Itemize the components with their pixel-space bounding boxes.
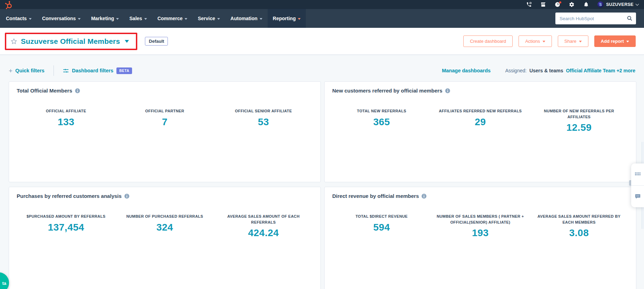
quick-filters-button[interactable]: + Quick filters <box>9 67 44 74</box>
default-badge: Default <box>145 37 168 46</box>
chevron-down-icon <box>78 18 81 20</box>
marketplace-icon[interactable] <box>540 2 546 8</box>
metric: $PURCHASED AMOUNT BY REFERRALS 137,454 <box>17 214 115 239</box>
nav-item-commerce[interactable]: Commerce <box>152 9 193 28</box>
chevron-down-icon <box>144 18 147 20</box>
assigned-team-link[interactable]: Official Affiliate Team +2 more <box>566 68 635 73</box>
grid-dots-icon[interactable] <box>631 163 644 185</box>
chevron-down-icon <box>579 41 582 42</box>
metric: AFFILIATES REFERRED NEW REFERRALS 29 <box>431 108 530 133</box>
notifications-bell-icon[interactable] <box>583 2 589 8</box>
top-strip: S SUZUVERSE <box>0 0 644 9</box>
metric: TOTAL $DIRECT REVENUE 594 <box>332 214 431 239</box>
metric-value[interactable]: 424.24 <box>248 227 279 239</box>
manage-dashboards-link[interactable]: Manage dashboards <box>442 68 490 73</box>
chevron-down-icon <box>116 18 119 20</box>
metric: NUMBER OF PURCHASED REFERRALS 324 <box>115 214 214 239</box>
metric-row: $PURCHASED AMOUNT BY REFERRALS 137,454 N… <box>17 214 313 239</box>
info-icon[interactable] <box>75 88 80 93</box>
beta-badge: BETA <box>116 67 132 74</box>
filter-divider <box>54 65 54 76</box>
sliders-icon <box>63 68 69 73</box>
help-icon[interactable] <box>555 2 561 8</box>
create-dashboard-button[interactable]: Create dashboard <box>463 35 513 47</box>
chat-bubble-icon[interactable] <box>631 185 644 208</box>
share-button[interactable]: Share <box>558 35 588 47</box>
metric: AVERAGE SALES AMOUNT OF EACH REFERRALS 4… <box>214 214 313 239</box>
chevron-down-icon <box>626 41 629 42</box>
nav-item-automation[interactable]: Automation <box>225 9 268 28</box>
favorite-star-icon[interactable] <box>10 38 17 45</box>
dashboard-content: + Quick filters Dashboard filters BETA M… <box>0 65 644 289</box>
metric-value[interactable]: 324 <box>156 222 173 233</box>
nav-item-sales[interactable]: Sales <box>124 9 152 28</box>
metric-label: TOTAL NEW REFERRALS <box>357 108 406 114</box>
dashboard-filters-button[interactable]: Dashboard filters BETA <box>63 67 132 74</box>
metric-value[interactable]: 594 <box>373 222 390 233</box>
hubspot-logo-icon[interactable] <box>5 0 14 9</box>
red-annotation-box: Suzuverse Official Members <box>5 33 137 50</box>
metric-value[interactable]: 53 <box>258 117 269 128</box>
metric-row: OFFICIAL AFFILIATE 133 OFFICIAL PARTNER … <box>17 108 313 128</box>
add-report-button[interactable]: Add report <box>594 35 636 47</box>
metric-row: TOTAL $DIRECT REVENUE 594 NUMBER OF SALE… <box>332 214 628 239</box>
nav-item-contacts[interactable]: Contacts <box>1 9 37 28</box>
search-wrap <box>555 13 636 24</box>
card-title: Total Official Members <box>17 88 72 94</box>
nav-item-marketing[interactable]: Marketing <box>86 9 124 28</box>
metric-label: NUMBER OF SALES MEMBERS ( PARTNER + OFFI… <box>437 214 524 225</box>
metric-row: TOTAL NEW REFERRALS 365 AFFILIATES REFER… <box>332 108 628 133</box>
avatar-letter: S <box>599 2 602 7</box>
nav-spacer <box>306 9 555 28</box>
metric-label: NUMBER OF PURCHASED REFERRALS <box>126 214 203 219</box>
right-side-panel <box>631 163 644 207</box>
metric-value[interactable]: 133 <box>58 117 74 128</box>
account-menu[interactable]: S SUZUVERSE <box>597 1 638 8</box>
nav-item-reporting[interactable]: Reporting <box>268 9 306 28</box>
account-name: SUZUVERSE <box>606 2 634 7</box>
chevron-down-icon <box>217 18 220 20</box>
info-icon[interactable] <box>124 194 129 199</box>
chevron-down-icon <box>636 2 639 6</box>
metric-value[interactable]: 3.08 <box>569 227 589 239</box>
metric-value[interactable]: 193 <box>472 227 489 239</box>
chevron-down-icon <box>185 18 187 20</box>
card-header: New customers referred by official membe… <box>332 88 628 94</box>
card-header: Direct revenue by official members <box>332 193 628 199</box>
card-title: Direct revenue by official members <box>332 193 419 199</box>
metric-value[interactable]: 7 <box>162 117 168 128</box>
metric-value[interactable]: 12.59 <box>566 122 592 133</box>
metric: OFFICIAL SENIOR AFFILIATE 53 <box>214 108 313 128</box>
metric: NUMBER OF SALES MEMBERS ( PARTNER + OFFI… <box>431 214 530 239</box>
settings-gear-icon[interactable] <box>569 2 575 8</box>
card-new-customers-referred: New customers referred by official membe… <box>324 81 636 182</box>
metric-value[interactable]: 137,454 <box>48 222 84 233</box>
info-icon[interactable] <box>422 194 426 199</box>
chevron-down-icon <box>543 41 545 42</box>
card-purchases-analysis: Purchases by referred customers analysis… <box>9 187 321 289</box>
metric: OFFICIAL PARTNER 7 <box>115 108 214 128</box>
plus-icon: + <box>9 67 13 74</box>
card-total-official-members: Total Official Members OFFICIAL AFFILIAT… <box>9 81 321 182</box>
account-avatar: S <box>597 1 604 8</box>
assigned-group: Assigned: Users & teams Official Affilia… <box>505 68 635 73</box>
help-notification-dot <box>559 1 561 3</box>
actions-button[interactable]: Actions <box>519 35 552 47</box>
dashboard-title[interactable]: Suzuverse Official Members <box>21 37 120 46</box>
dashboard-title-caret-icon[interactable] <box>125 40 129 43</box>
search-icon[interactable] <box>627 15 633 23</box>
search-input[interactable] <box>555 13 636 24</box>
card-direct-revenue: Direct revenue by official members TOTAL… <box>324 187 636 289</box>
metric-label: AVERAGE SALES AMOUNT REFERRED BY EACH ME… <box>535 214 623 225</box>
metric-label: $PURCHASED AMOUNT BY REFERRALS <box>26 214 105 219</box>
filter-row: + Quick filters Dashboard filters BETA M… <box>9 65 635 76</box>
metric-value[interactable]: 365 <box>373 117 390 128</box>
info-icon[interactable] <box>445 88 450 93</box>
nav-item-conversations[interactable]: Conversations <box>37 9 86 28</box>
metric: NUMBER OF NEW REFERRALS PER AFFILIATES 1… <box>530 108 628 133</box>
calling-icon[interactable] <box>526 2 532 8</box>
nav-item-service[interactable]: Service <box>193 9 225 28</box>
metric-value[interactable]: 29 <box>475 117 486 128</box>
metric-label: OFFICIAL PARTNER <box>145 108 184 114</box>
card-header: Purchases by referred customers analysis <box>17 193 313 199</box>
